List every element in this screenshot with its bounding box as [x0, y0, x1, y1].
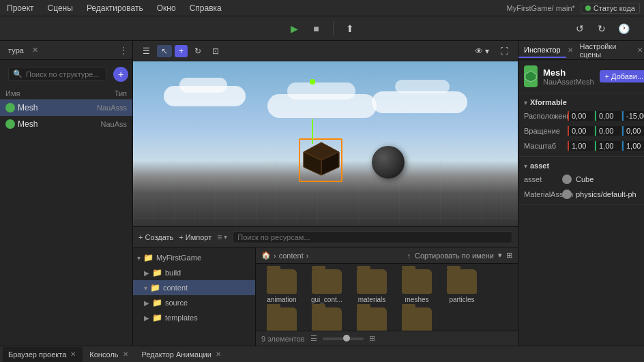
- upload-button[interactable]: ⬆: [340, 19, 360, 38]
- toolbar-grid-btn[interactable]: ⊡: [208, 45, 223, 57]
- animation-tab-close[interactable]: ✕: [214, 350, 222, 359]
- scale-y[interactable]: [595, 141, 621, 151]
- mesh-type-1: NauAsss: [97, 104, 127, 112]
- menu-scenes[interactable]: Сцены: [45, 3, 76, 13]
- asset-tree-build[interactable]: ▶ 📁 build: [133, 265, 255, 280]
- asset-folder-physics[interactable]: physics: [261, 307, 302, 331]
- bottom-tab-console[interactable]: Консоль ✕: [84, 347, 134, 362]
- folder-physics-icon: [267, 307, 297, 331]
- asset-folder-extra1[interactable]: [351, 307, 392, 331]
- play-button[interactable]: ▶: [285, 19, 304, 38]
- cloud-6: [395, 80, 450, 93]
- scene-settings-close[interactable]: ✕: [636, 46, 644, 55]
- scale-z[interactable]: [622, 141, 644, 151]
- asset-grid-icon[interactable]: ⊞: [369, 334, 375, 343]
- asset-tree-label: build: [165, 269, 181, 277]
- status-badge[interactable]: Статус кода: [581, 3, 640, 14]
- cloud-5: [372, 91, 467, 113]
- scene-sphere[interactable]: [372, 146, 405, 179]
- history-button[interactable]: 🕐: [614, 19, 633, 38]
- tree-item-mesh-2[interactable]: Mesh NauAss: [0, 116, 132, 132]
- rotation-x[interactable]: [568, 126, 594, 136]
- folder-particles-icon: [447, 269, 477, 294]
- bottom-tab-browser[interactable]: Браузер проекта ✕: [3, 347, 83, 362]
- asset-tree-content[interactable]: ▾ 📁 content: [133, 280, 255, 295]
- folder-materials-icon: [357, 269, 387, 294]
- toolbar-list-btn[interactable]: ☰: [138, 45, 154, 57]
- menu-help[interactable]: Справка: [187, 3, 224, 13]
- asset-section-header[interactable]: ▾ asset: [518, 160, 644, 172]
- material-prop-label: MaterialAssign: [524, 190, 558, 198]
- sort-label[interactable]: Сортировать по имени: [415, 252, 494, 260]
- asset-folder-gui[interactable]: gui_cont...: [306, 269, 347, 303]
- sort-down-icon[interactable]: ▾: [224, 233, 227, 241]
- panel-options[interactable]: ⋮: [119, 45, 128, 56]
- scene-cube[interactable]: [302, 141, 340, 177]
- viewport-area[interactable]: [133, 61, 518, 226]
- toolbar-move-btn[interactable]: +: [175, 45, 188, 57]
- scale-x[interactable]: [568, 141, 594, 151]
- toolbar-cursor-btn[interactable]: ↖: [157, 45, 172, 57]
- menu-edit[interactable]: Редактировать: [84, 3, 146, 13]
- xformable-section: ▾ Xformable Расположение Вращение: [518, 93, 644, 157]
- asset-browser: + Создать + Импорт ≡ ▾ ▾ 📁 MyFirstGame: [133, 226, 518, 346]
- rotation-y[interactable]: [595, 126, 621, 136]
- rotation-z[interactable]: [622, 126, 644, 136]
- structure-search-bar: 🔍: [8, 67, 106, 81]
- material-prop-value[interactable]: physics/default-ph: [576, 190, 639, 198]
- zoom-slider[interactable]: [323, 337, 364, 340]
- add-structure-button[interactable]: +: [113, 67, 128, 82]
- sort-chevron-icon[interactable]: ▾: [498, 251, 502, 260]
- position-z[interactable]: [622, 111, 644, 121]
- redo-button[interactable]: ↻: [592, 19, 611, 38]
- expand-btn[interactable]: ⛶: [496, 45, 512, 57]
- asset-folder-animation[interactable]: animation: [261, 269, 302, 303]
- browser-tab-close[interactable]: ✕: [69, 350, 77, 359]
- asset-tree-myfirstgame[interactable]: ▾ 📁 MyFirstGame: [133, 250, 255, 265]
- asset-folder-extra2[interactable]: [396, 307, 437, 331]
- bottom-tab-bar: Браузер проекта ✕ Консоль ✕ Редактор Ани…: [0, 346, 644, 362]
- menu-project[interactable]: Проект: [4, 3, 37, 13]
- list-view-icon[interactable]: ≡: [217, 232, 222, 242]
- import-button[interactable]: + Импорт: [179, 233, 211, 241]
- asset-folder-label: animation: [267, 296, 296, 303]
- tree-item-mesh-1[interactable]: Mesh NauAsss: [0, 100, 132, 116]
- inspector-tab-close[interactable]: ✕: [566, 46, 574, 55]
- asset-list-icon[interactable]: ☰: [310, 334, 317, 343]
- structure-tab-close[interactable]: ✕: [31, 46, 40, 55]
- asset-tree-templates[interactable]: ▶ 📁 templates: [133, 310, 255, 325]
- inspector-tab[interactable]: Инспектор: [518, 43, 566, 58]
- add-component-button[interactable]: + Добави...: [600, 70, 644, 82]
- create-button[interactable]: + Создать: [138, 233, 173, 241]
- breadcrumb-content[interactable]: content: [279, 252, 304, 260]
- scale-row: Масштаб: [518, 138, 644, 153]
- view-options-btn[interactable]: 👁 ▾: [471, 45, 493, 57]
- undo-button[interactable]: ↺: [570, 19, 589, 38]
- breadcrumb-home[interactable]: 🏠: [261, 251, 271, 260]
- console-tab-close[interactable]: ✕: [121, 350, 130, 359]
- stop-button[interactable]: ■: [307, 19, 326, 38]
- position-y[interactable]: [595, 111, 621, 121]
- toolbar-refresh-btn[interactable]: ↻: [190, 45, 205, 57]
- menu-window[interactable]: Окно: [154, 3, 179, 13]
- asset-status-bar: 9 элементов ☰ ⊞: [256, 331, 518, 346]
- asset-prop-value[interactable]: Cube: [576, 175, 639, 183]
- asset-folder-meshes[interactable]: meshes: [396, 269, 437, 303]
- position-x[interactable]: [568, 111, 594, 121]
- scene-settings-tab[interactable]: Настройки сцены: [574, 41, 636, 61]
- asset-folder-scenes[interactable]: scenes: [306, 307, 347, 331]
- grid-toggle[interactable]: ⊞: [506, 251, 512, 260]
- bottom-tab-animation[interactable]: Редактор Анимации ✕: [136, 347, 228, 362]
- position-label: Расположение: [524, 112, 565, 120]
- xformable-section-header[interactable]: ▾ Xformable: [518, 96, 644, 108]
- inspector-tab-bar: Инспектор ✕ Настройки сцены ✕: [518, 41, 644, 60]
- animation-tab-label: Редактор Анимации: [142, 350, 211, 359]
- asset-folder-label: gui_cont...: [311, 296, 342, 303]
- asset-folder-materials[interactable]: materials: [351, 269, 392, 303]
- structure-tab[interactable]: туpa: [4, 45, 28, 56]
- folder-extra1-icon: [357, 307, 387, 331]
- asset-tree-source[interactable]: ▶ 📁 source: [133, 295, 255, 310]
- asset-folder-particles[interactable]: particles: [441, 269, 482, 303]
- asset-search-input[interactable]: [233, 231, 512, 243]
- structure-search-input[interactable]: [26, 70, 102, 78]
